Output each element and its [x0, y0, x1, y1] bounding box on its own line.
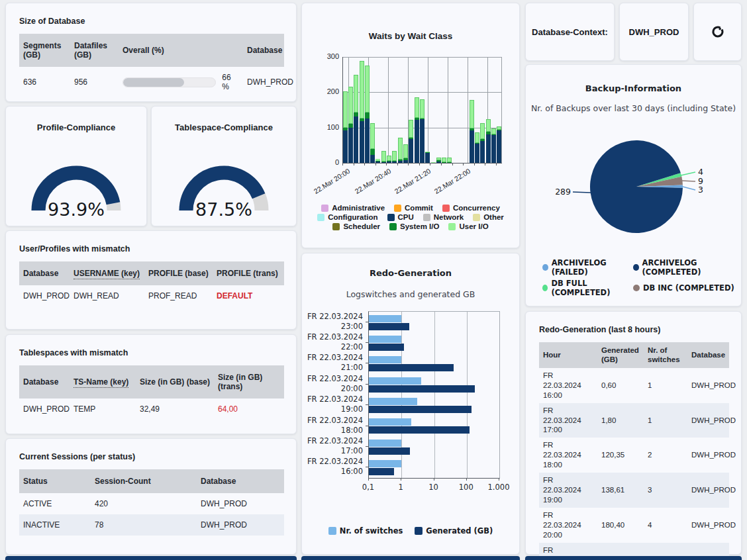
- legend-item: Administrative: [321, 204, 385, 212]
- legend-label: DB INC (COMPLETED): [643, 283, 734, 293]
- bar-segment-user-i-o: [497, 126, 501, 130]
- bar-segment-user-i-o: [447, 158, 452, 162]
- bar-segment-cpu: [425, 153, 430, 163]
- legend-swatch: [394, 205, 401, 212]
- legend-item: DB FULL (COMPLETED): [542, 279, 633, 297]
- pie-value-label: 3: [698, 185, 703, 195]
- legend-item: Generated (GB): [415, 526, 493, 536]
- bar-segment-cpu: [381, 162, 386, 163]
- table-header-row: DatabaseTS-Name (key)Size (in GB) (base)…: [19, 365, 284, 398]
- table-header-row: HourGenerated (GB)Nr. of switchesDatabas…: [539, 342, 729, 368]
- panel-title: Tablespaces with mismatch: [19, 348, 283, 357]
- bar-segment-system-i-o: [475, 143, 479, 144]
- table-cell: 64,00: [214, 398, 284, 420]
- bar-segment-user-i-o: [409, 120, 413, 138]
- table-cell: INACTIVE: [19, 514, 91, 536]
- legend-label: CPU: [398, 213, 414, 221]
- tablespaces-table: DatabaseTS-Name (key)Size (in GB) (base)…: [6, 365, 296, 420]
- legend-dot: [633, 264, 639, 271]
- panel-tablespace-compliance: Tablespace-Compliance 87.5%: [151, 106, 297, 226]
- panel-title: Size of Database: [19, 17, 283, 26]
- switches-bar: [369, 398, 417, 405]
- table-cell: TEMP: [70, 398, 136, 420]
- legend-item: User I/O: [448, 222, 488, 230]
- legend-label: Configuration: [328, 213, 377, 221]
- legend-label: Concurrency: [453, 204, 500, 212]
- database-context-label: Database-Context:: [532, 27, 608, 37]
- legend-label: Commit: [405, 204, 433, 212]
- panel-redo-generation-table: Redo-Generation (last 8 hours) HourGener…: [525, 311, 742, 555]
- bar-segment-cpu: [387, 162, 391, 163]
- stacked-bar: [475, 132, 479, 163]
- table-cell: DWH_PROD: [19, 285, 70, 306]
- bottom-panel-strip: [525, 556, 742, 560]
- tablespace-compliance-gauge: 87.5%: [171, 155, 277, 222]
- panel-title: Current Sessions (per status): [19, 452, 283, 461]
- bar-segment-system-i-o: [360, 118, 364, 121]
- legend-label: Other: [483, 213, 504, 221]
- table-row: 63695666 %DWH_PROD: [19, 67, 284, 97]
- database-context-value-card[interactable]: DWH_PROD: [619, 3, 689, 61]
- bar-segment-cpu: [375, 162, 380, 163]
- bar-segment-system-i-o: [425, 152, 430, 153]
- generated-bar: [369, 406, 472, 413]
- refresh-button[interactable]: [693, 3, 742, 61]
- table-cell: DWH_PROD: [687, 438, 729, 473]
- column-header: Database: [19, 365, 70, 398]
- legend-swatch: [448, 223, 456, 230]
- gauge-value: 87.5%: [195, 199, 252, 219]
- table-row: DWH_PRODDWH_READPROF_READDEFAULT: [19, 285, 284, 306]
- bar-segment-user-i-o: [387, 156, 391, 161]
- bar-segment-system-i-o: [497, 130, 501, 130]
- generated-bar: [369, 426, 470, 434]
- table-cell: FR 22.03.2024 20:00: [539, 508, 597, 543]
- switches-bar: [369, 377, 421, 385]
- legend-item: System I/O: [389, 222, 439, 230]
- data-table: DatabaseTS-Name (key)Size (in GB) (base)…: [19, 365, 284, 420]
- category-tick: [366, 467, 368, 467]
- stacked-bar: [497, 126, 501, 163]
- table-cell: 3: [644, 473, 687, 508]
- stacked-bar: [491, 128, 496, 163]
- x-tick-mark: [499, 478, 499, 481]
- stacked-bar: [436, 158, 441, 163]
- column-header: Database: [197, 469, 284, 493]
- legend-swatch: [317, 214, 324, 221]
- table-cell: PROF_READ: [144, 285, 213, 306]
- legend-label: ARCHIVELOG (COMPLETED): [642, 258, 742, 277]
- bar-segment-user-i-o: [398, 138, 403, 160]
- x-axis-tick: 100: [452, 483, 481, 492]
- redo-legend: Nr. of switchesGenerated (GB): [302, 526, 519, 536]
- legend-label: System I/O: [400, 222, 439, 230]
- column-header: TS-Name (key): [70, 365, 136, 398]
- chart-title: Waits by Wait Class: [302, 31, 519, 41]
- table-cell: DEFAULT: [213, 285, 284, 306]
- legend-item: CPU: [387, 213, 414, 221]
- table-cell: 180,40: [597, 508, 644, 543]
- category-label: FR 22.03.2024 17:00: [305, 436, 363, 456]
- legend-swatch: [332, 223, 340, 230]
- data-table: DatabaseUSERNAME (key)PROFILE (base)PROF…: [19, 261, 284, 306]
- table-row: FR 22.03.2024 16:000,601DWH_PROD: [539, 368, 729, 403]
- generated-bar: [369, 344, 404, 351]
- stacked-bar: [420, 99, 424, 163]
- progress-label: 66 %: [222, 73, 239, 91]
- legend-swatch: [415, 527, 423, 535]
- category-tick: [366, 342, 368, 343]
- bar-segment-user-i-o: [348, 87, 353, 124]
- legend-item: Scheduler: [332, 222, 380, 230]
- legend-item: ARCHIVELOG (FAILED): [542, 258, 633, 277]
- category-label: FR 22.03.2024 16:00: [305, 457, 363, 477]
- table-cell: 1: [644, 403, 687, 438]
- table-cell: 636: [19, 67, 70, 97]
- legend-dot: [542, 285, 548, 291]
- table-cell: DWH_PROD: [243, 67, 284, 97]
- y-axis-tick: 200: [317, 87, 339, 95]
- generated-bar: [369, 468, 394, 475]
- panel-title: Profile-Compliance: [37, 122, 115, 132]
- panel-current-sessions: Current Sessions (per status) StatusSess…: [5, 438, 297, 555]
- stacked-bar: [343, 91, 348, 163]
- bar-segment-user-i-o: [420, 99, 424, 118]
- legend-label: User I/O: [459, 222, 488, 230]
- column-header: Database: [687, 342, 729, 368]
